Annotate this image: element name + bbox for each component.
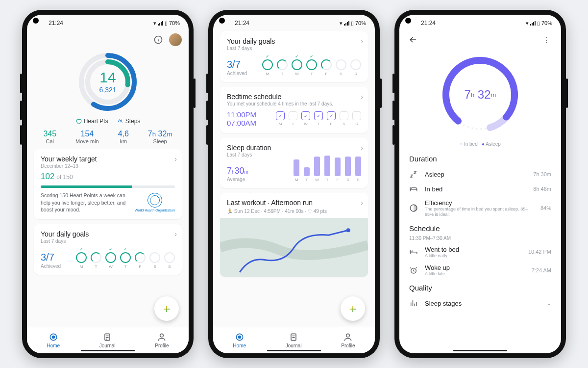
chevron-right-icon: › [361,37,363,45]
svg-point-12 [238,336,241,339]
sleep-icon [409,170,419,179]
fab-add-button[interactable]: + [154,296,179,321]
card-title: Your weekly target [41,155,175,163]
quality-header: Quality [409,284,551,292]
schedule-header: Schedule [409,224,551,233]
info-icon[interactable] [152,34,164,46]
status-bar: 21:24 ▾▯70% [213,15,375,29]
battery-icon: ▯ [165,20,168,26]
nav-journal[interactable]: Journal [99,332,116,348]
detail-row[interactable]: Went to bedA little early10:42 PM [408,243,552,262]
stages-icon [409,299,419,308]
detail-row[interactable]: In bed8h 46m [408,182,552,196]
bedtime-icon [409,247,419,256]
bed-icon [409,184,419,193]
avatar[interactable] [169,33,182,46]
phone-home: 21:24 ▾ ▯ 70% [22,10,194,358]
signal-icon [158,21,163,26]
fab-add-button[interactable]: + [341,296,365,321]
status-time: 21:24 [49,20,63,26]
sleep-stages-row[interactable]: Sleep stages ⌄ [408,296,552,311]
status-bar: 21:24 ▾▯70% [399,15,561,29]
stats-row[interactable]: 345Cal 154Move min 4,6km 7h 32mSleep [34,130,182,144]
efficiency-icon [409,204,419,212]
last-workout-card[interactable]: › Last workout · Afternoon run 🏃 Sun 12 … [220,193,368,277]
heart-points-value: 14 [99,70,116,85]
bottom-nav: Home Journal Profile [27,327,189,353]
svg-point-10 [346,228,350,232]
detail-row[interactable]: Asleep7h 30m [408,167,552,182]
activity-ring[interactable]: 14 6,321 [76,50,140,114]
svg-point-14 [346,334,350,337]
sleep-duration-card[interactable]: › Sleep duration Last 7 days 7h30m Avera… [220,138,368,188]
weekly-target-card[interactable]: › Your weekly target December 12–19 102 … [34,149,182,219]
wifi-icon: ▾ [153,20,156,26]
status-bar: 21:24 ▾ ▯ 70% [27,15,189,29]
daily-goals-card[interactable]: › Your daily goals Last 7 days 3/7 Achie… [220,31,368,82]
ring-legend: Heart Pts Steps [34,118,182,125]
more-icon[interactable]: ⋮ [540,34,552,46]
workout-map[interactable] [220,218,368,277]
detail-row[interactable]: EfficiencyThe percentage of time in bed … [408,196,552,220]
nav-home[interactable]: Home [47,332,60,348]
svg-point-8 [160,334,164,337]
card-title: Your daily goals [41,230,175,238]
chevron-right-icon: › [174,230,177,238]
bedtime-card[interactable]: › Bedtime schedule You met your schedule… [220,87,368,133]
chevron-down-icon: ⌄ [547,300,551,307]
duration-header: Duration [409,155,551,163]
nav-home[interactable]: Home [233,332,246,348]
nav-profile[interactable]: Profile [341,332,355,348]
detail-row[interactable]: Woke upA little late7:24 AM [408,261,552,280]
back-button[interactable] [408,34,420,46]
chevron-right-icon: › [174,155,177,163]
phone-scroll: 21:24 ▾▯70% › Your daily goals Last 7 da… [208,10,380,358]
svg-point-6 [52,336,54,339]
daily-goals-card[interactable]: › Your daily goals Last 7 days 3/7 Achie… [34,224,182,275]
battery-pct: 70% [169,20,180,26]
nav-profile[interactable]: Profile [155,332,169,348]
nav-journal[interactable]: Journal [286,332,302,348]
sleep-ring: 7h 32m [439,53,522,136]
alarm-icon [409,266,419,275]
steps-value: 6,321 [99,86,116,94]
who-logo: World Health Organization [135,193,175,212]
phone-sleep-detail: 21:24 ▾▯70% ⋮ 7h 32m ○ In bed ● Asleep D [394,10,566,358]
